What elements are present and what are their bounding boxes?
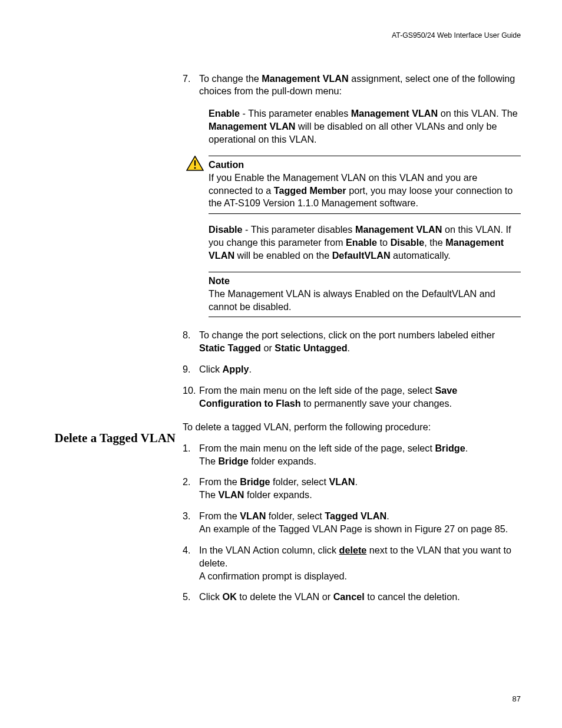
page: AT-GS950/24 Web Interface User Guide 7. … bbox=[0, 0, 562, 728]
callout-body: If you Enable the Management VLAN on thi… bbox=[209, 172, 521, 214]
list-item: 10. From the main menu on the left side … bbox=[183, 384, 521, 410]
list-item: 1. From the main menu on the left side o… bbox=[183, 442, 521, 468]
callout-body: The Management VLAN is always Enabled on… bbox=[209, 288, 521, 317]
list-item: 7. To change the Management VLAN assignm… bbox=[183, 73, 521, 98]
list-number: 1. bbox=[183, 442, 199, 468]
note-callout: Note The Management VLAN is always Enabl… bbox=[209, 272, 521, 318]
list-body: Click OK to delete the VLAN or Cancel to… bbox=[199, 591, 521, 604]
page-number: 87 bbox=[513, 694, 521, 704]
list-item: 2. From the Bridge folder, select VLAN. … bbox=[183, 476, 521, 502]
list-body: Click Apply. bbox=[199, 363, 521, 376]
caution-icon bbox=[186, 156, 204, 174]
paragraph: Enable - This parameter enables Manageme… bbox=[209, 107, 521, 146]
list-number: 9. bbox=[183, 363, 199, 376]
list-body: From the main menu on the left side of t… bbox=[199, 384, 521, 410]
main-content: 7. To change the Management VLAN assignm… bbox=[183, 73, 521, 604]
list-number: 10. bbox=[183, 384, 199, 410]
list-body: In the VLAN Action column, click delete … bbox=[199, 544, 521, 583]
section-intro: To delete a tagged VLAN, perform the fol… bbox=[183, 421, 521, 434]
list-number: 4. bbox=[183, 544, 199, 583]
callout-title: Caution bbox=[209, 156, 521, 172]
list-body: To change the port selections, click on … bbox=[199, 329, 521, 355]
list-number: 2. bbox=[183, 476, 199, 502]
list-number: 5. bbox=[183, 591, 199, 604]
list-item: 8. To change the port selections, click … bbox=[183, 329, 521, 355]
list-number: 7. bbox=[183, 73, 199, 98]
caution-callout: Caution If you Enable the Management VLA… bbox=[209, 156, 521, 214]
running-header: AT-GS950/24 Web Interface User Guide bbox=[41, 31, 521, 41]
list-item: 3. From the VLAN folder, select Tagged V… bbox=[183, 510, 521, 536]
list-number: 3. bbox=[183, 510, 199, 536]
side-heading: Delete a Tagged VLAN bbox=[41, 430, 176, 446]
list-body: From the VLAN folder, select Tagged VLAN… bbox=[199, 510, 521, 536]
list-body: From the main menu on the left side of t… bbox=[199, 442, 521, 468]
list-item: 4. In the VLAN Action column, click dele… bbox=[183, 544, 521, 583]
list-item: 5. Click OK to delete the VLAN or Cancel… bbox=[183, 591, 521, 604]
list-body: From the Bridge folder, select VLAN. The… bbox=[199, 476, 521, 502]
callout-title: Note bbox=[209, 272, 521, 288]
list-number: 8. bbox=[183, 329, 199, 355]
list-item: 9. Click Apply. bbox=[183, 363, 521, 376]
svg-point-2 bbox=[194, 167, 196, 169]
paragraph: Disable - This parameter disables Manage… bbox=[209, 223, 521, 262]
list-body: To change the Management VLAN assignment… bbox=[199, 73, 521, 98]
